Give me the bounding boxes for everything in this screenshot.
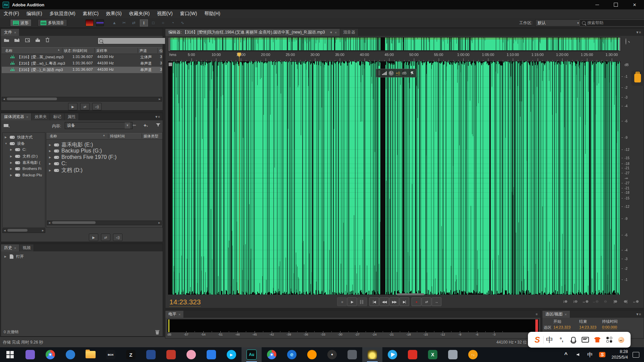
record-button[interactable]: ●: [412, 297, 421, 306]
menu-效果(S)[interactable]: 效果(S): [102, 9, 125, 18]
playhead[interactable]: [239, 53, 239, 295]
help-search-input[interactable]: 搜索帮助: [580, 19, 644, 26]
tool-6[interactable]: ◔: [169, 19, 176, 26]
app-blue-icon[interactable]: [60, 347, 80, 362]
audition-icon[interactable]: Au: [241, 347, 262, 362]
grey-note-app-icon[interactable]: [443, 347, 463, 362]
col-header[interactable]: 声道: [140, 48, 147, 53]
spectral-frequency-button[interactable]: [86, 19, 94, 26]
grey-gear-app-icon[interactable]: [342, 347, 362, 362]
close-icon[interactable]: ×: [26, 115, 28, 119]
media-row[interactable]: ▶C:: [49, 161, 67, 167]
stop-button[interactable]: ■: [337, 297, 347, 306]
taskbar-clock[interactable]: 8:282025/5/4: [608, 349, 631, 360]
content-select[interactable]: 设备▼: [65, 122, 132, 129]
hud-gain-value[interactable]: +0: [396, 71, 400, 75]
edge-icon[interactable]: e: [282, 347, 302, 362]
tool-3[interactable]: I: [140, 19, 148, 26]
start-button[interactable]: [0, 347, 20, 362]
tree-item[interactable]: ▶文档 (D:): [10, 154, 38, 159]
zoom-in-amplitude-button[interactable]: ↕⊕: [560, 298, 570, 305]
col-header[interactable]: 持续时间: [110, 134, 125, 139]
sv-start-value[interactable]: 14:23.323: [553, 325, 571, 329]
minimize-button[interactable]: [588, 0, 606, 9]
extract-audio-icon[interactable]: [25, 38, 31, 42]
tool-5[interactable]: ○: [159, 19, 167, 26]
timeline-ruler[interactable]: hms 5:0010:0015:0020:0025:0030:0035:0040…: [168, 52, 620, 62]
menu-窗口(W)[interactable]: 窗口(W): [176, 9, 201, 18]
panel-menu-icon[interactable]: ▼≡: [633, 312, 644, 316]
dark-dot-app-icon[interactable]: •: [322, 347, 342, 362]
col-header[interactable]: 名称: [5, 48, 12, 53]
tab-历史[interactable]: 历史×: [1, 244, 19, 251]
col-header[interactable]: 名称: [50, 134, 57, 139]
media-row[interactable]: ▶文档 (D:): [49, 167, 83, 174]
skip-selection-button[interactable]: ↔: [432, 297, 441, 306]
open-file-icon[interactable]: [4, 38, 9, 42]
zoom-to-out-point-button[interactable]: ⊕|: [621, 298, 630, 305]
tab-levels[interactable]: 电平×: [165, 311, 184, 318]
ime-mic-icon[interactable]: [568, 337, 580, 343]
col-header[interactable]: 采样率: [96, 48, 107, 53]
tray-sogou-icon[interactable]: S: [596, 347, 608, 362]
tray-ime-icon[interactable]: 中: [584, 347, 596, 362]
preview-play-button[interactable]: ▶: [89, 234, 98, 241]
tab-files[interactable]: 文件×: [1, 29, 19, 36]
workspace-select[interactable]: 默认▼: [535, 19, 582, 26]
skip-to-end-button[interactable]: ▶|: [399, 297, 409, 306]
hud-grip-icon[interactable]: [378, 71, 380, 75]
tool-7[interactable]: ∿: [179, 19, 186, 26]
tab-属性[interactable]: 属性: [64, 113, 79, 120]
tab-效果夹[interactable]: 效果夹: [32, 113, 50, 120]
auto-play-button[interactable]: ◁): [113, 234, 122, 241]
close-icon[interactable]: ×: [565, 312, 567, 316]
ime-punctuation-toggle[interactable]: °,: [555, 337, 568, 343]
waveform-display[interactable]: [168, 61, 620, 295]
multitrack-view-button[interactable]: 多轨混音: [38, 19, 67, 26]
tree-item[interactable]: ▶Brothers Fi: [10, 167, 41, 171]
zoom-in-time-button[interactable]: ↔⊕: [581, 298, 590, 305]
orange-sync-app-icon[interactable]: ↑↓: [463, 347, 483, 362]
tree-item[interactable]: ▶嘉禾电影 (: [10, 160, 40, 165]
overview-right-handle[interactable]: [619, 38, 621, 51]
fast-forward-button[interactable]: ▶▶: [389, 297, 399, 306]
tree-item[interactable]: ▼设备: [5, 141, 25, 146]
color-app-icon[interactable]: [161, 347, 181, 362]
loop-preview-button[interactable]: ⇄: [101, 234, 110, 241]
trash-icon[interactable]: [45, 38, 50, 42]
history-item-open[interactable]: ▶ 打开: [4, 254, 24, 259]
selection-handle[interactable]: [168, 62, 172, 66]
panel-menu-icon[interactable]: ▼≡: [152, 115, 163, 119]
back-arrow-icon[interactable]: ⬅: [132, 123, 136, 128]
zoom-to-in-point-button[interactable]: |⊕: [611, 298, 620, 305]
tool-1[interactable]: ✂: [120, 19, 128, 26]
tab-editor[interactable]: 编辑器: 【316】[爱情]我为你狂.1984.(艾迪.蒋丽萍.金燕玲).国语中…: [165, 29, 340, 36]
menu-帮助(H)[interactable]: 帮助(H): [201, 9, 224, 18]
close-button[interactable]: ✕: [625, 0, 644, 9]
waveform-scroll-thumb[interactable]: [397, 293, 424, 295]
media-list-scrollbar[interactable]: ◀▶: [47, 221, 162, 225]
menu-素材(C)[interactable]: 素材(C): [79, 9, 102, 18]
file-row[interactable]: 【316】[爱...英_(new).mp31:31:36.607 44100 H…: [2, 54, 162, 60]
file-row[interactable]: 【316】[爱...w)_L.粤语.mp31:31:36.607 44100 H…: [2, 60, 162, 67]
overview-left-handle[interactable]: [168, 38, 170, 51]
anime-app-icon[interactable]: [181, 347, 201, 362]
maximize-button[interactable]: [606, 0, 625, 9]
ime-skin-icon[interactable]: [591, 337, 603, 343]
time-display[interactable]: 14:23.323: [169, 298, 201, 307]
play-app-icon[interactable]: ▶: [221, 347, 241, 362]
loop-playback-button[interactable]: ⇄: [422, 297, 431, 306]
close-icon[interactable]: ×: [14, 246, 16, 250]
close-icon[interactable]: ×: [14, 31, 16, 35]
files-horizontal-scrollbar[interactable]: ◀▶: [2, 97, 162, 102]
spectral-pitch-button[interactable]: [96, 19, 104, 26]
tab-selection-view[interactable]: 选区/视图×: [542, 311, 570, 318]
chrome-icon[interactable]: [40, 347, 60, 362]
trash-icon[interactable]: [155, 330, 159, 335]
rewind-button[interactable]: ◀◀: [379, 297, 389, 306]
menu-编辑(E)[interactable]: 编辑(E): [23, 9, 46, 18]
zoom-to-selection-button[interactable]: ↔⊕: [631, 298, 640, 305]
tray-chevron-icon[interactable]: ^: [560, 347, 572, 362]
app-purple-icon[interactable]: [20, 347, 40, 362]
telegram-icon[interactable]: [382, 347, 402, 362]
